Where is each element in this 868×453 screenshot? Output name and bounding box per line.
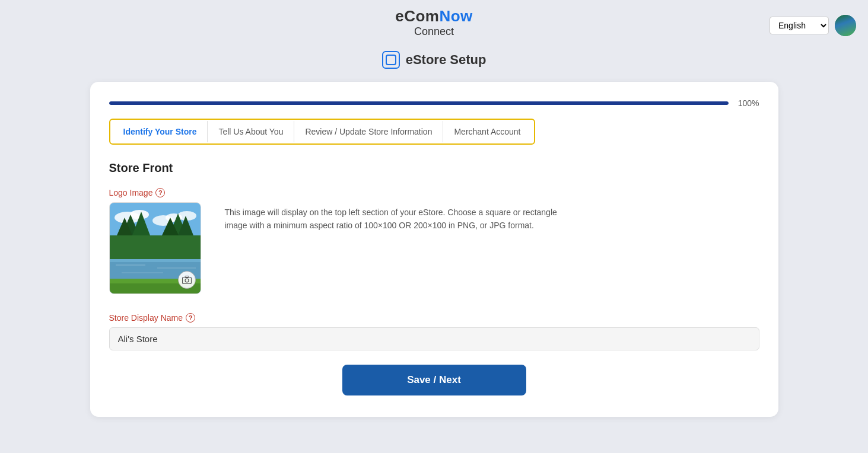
svg-rect-21 bbox=[182, 277, 191, 284]
tab-tell-us-about[interactable]: Tell Us About You bbox=[208, 121, 294, 142]
progress-row: 100% bbox=[109, 98, 759, 108]
svg-rect-0 bbox=[386, 55, 396, 65]
progress-track bbox=[109, 101, 729, 105]
store-name-label: Store Display Name ? bbox=[109, 313, 759, 323]
logo-left: Logo Image ? bbox=[109, 188, 201, 294]
logo-help-icon[interactable]: ? bbox=[155, 188, 165, 197]
progress-fill bbox=[109, 101, 729, 105]
logo-image-container bbox=[109, 202, 201, 294]
brand-block: eComNow Connect bbox=[395, 7, 473, 44]
progress-label: 100% bbox=[736, 98, 759, 108]
camera-button[interactable] bbox=[178, 271, 196, 289]
brand-suffix: Now bbox=[439, 7, 472, 25]
top-bar: eComNow Connect English Spanish French bbox=[0, 0, 868, 51]
logo-description: This image will display on the top left … bbox=[225, 206, 581, 232]
section-title: Store Front bbox=[109, 161, 759, 175]
tab-merchant-account[interactable]: Merchant Account bbox=[443, 121, 531, 142]
avatar[interactable] bbox=[835, 15, 856, 36]
logo-section: Logo Image ? bbox=[109, 188, 759, 294]
store-name-field-row: Store Display Name ? bbox=[109, 313, 759, 350]
main-card: 100% Identify Your Store Tell Us About Y… bbox=[90, 82, 778, 417]
tab-review-update[interactable]: Review / Update Store Information bbox=[294, 121, 443, 142]
svg-rect-15 bbox=[110, 259, 201, 262]
logo-label: Logo Image ? bbox=[109, 188, 166, 197]
tab-identify-store[interactable]: Identify Your Store bbox=[113, 121, 208, 142]
language-selector[interactable]: English Spanish French bbox=[770, 17, 829, 34]
tabs-container: Identify Your Store Tell Us About You Re… bbox=[109, 119, 535, 145]
brand-prefix: eCom bbox=[395, 7, 439, 25]
logo-description-area: This image will display on the top left … bbox=[225, 188, 759, 232]
top-bar-right: English Spanish French bbox=[770, 15, 856, 36]
store-name-input[interactable] bbox=[109, 327, 759, 350]
connect-label: Connect bbox=[395, 25, 473, 38]
brand-title: eComNow bbox=[395, 7, 473, 25]
estore-heading: eStore Setup bbox=[0, 51, 868, 69]
store-name-help-icon[interactable]: ? bbox=[186, 313, 195, 323]
estore-icon bbox=[382, 51, 400, 69]
svg-point-22 bbox=[185, 279, 189, 282]
estore-title: eStore Setup bbox=[406, 52, 487, 68]
store-front-section: Store Front Logo Image ? bbox=[109, 161, 759, 395]
save-next-button[interactable]: Save / Next bbox=[342, 365, 526, 395]
